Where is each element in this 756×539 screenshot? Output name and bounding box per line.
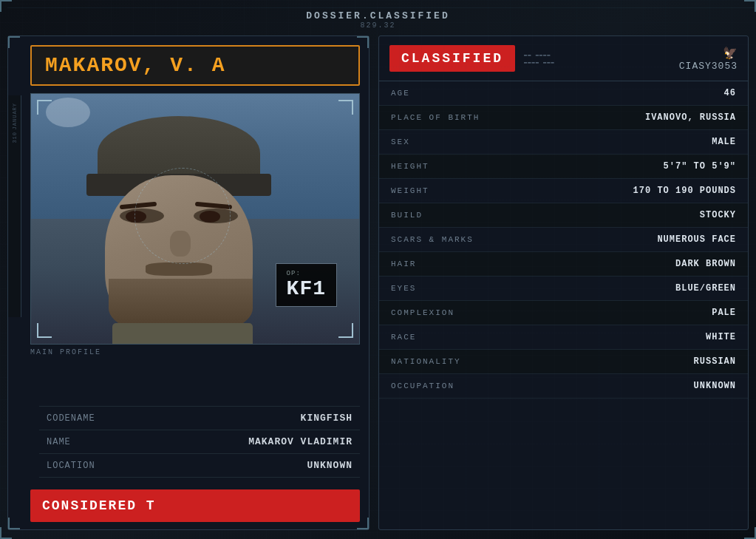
- detail-row-occupation: OCCUPATION UNKNOWN: [379, 374, 748, 399]
- doc-meta: ▬▬ ▬▬▬▬ ▬▬▬▬ ▬▬▬: [524, 52, 555, 65]
- right-panel: CLASSIFIED ▬▬ ▬▬▬▬ ▬▬▬▬ ▬▬▬ 🦅 CIASY3053: [378, 35, 749, 530]
- pob-label: PLACE OF BIRTH: [391, 113, 509, 122]
- photo-section: OP: KF1 MAIN PROFILE: [30, 93, 360, 399]
- build-label: BUILD: [391, 211, 509, 220]
- detail-row-hair: HAIR DARK BROWN: [379, 252, 748, 277]
- classified-badge: CLASSIFIED: [389, 45, 515, 72]
- dossier-subtitle: 829.32: [7, 21, 749, 30]
- detail-row-pob: PLACE OF BIRTH IVANOVO, RUSSIA: [379, 106, 748, 130]
- detail-row-complexion: COMPLEXION PALE: [379, 301, 748, 325]
- badge-code: KF1: [287, 277, 326, 300]
- considered-banner: CONSIDERED T: [30, 489, 360, 522]
- name-value: MAKAROV VLADIMIR: [248, 436, 353, 447]
- doc-meta-line-1: ▬▬ ▬▬▬▬: [524, 52, 555, 58]
- detail-section: AGE 46 PLACE OF BIRTH IVANOVO, RUSSIA SE…: [379, 81, 748, 529]
- info-row-name: NAME MAKAROV VLADIMIR: [39, 430, 360, 454]
- complexion-value: PALE: [509, 308, 736, 318]
- badge-label: OP:: [287, 270, 326, 277]
- weight-label: WEIGHT: [391, 186, 509, 195]
- detail-row-age: AGE 46: [379, 81, 748, 106]
- sex-label: SEX: [391, 138, 509, 146]
- side-bar-text-2: 310: [12, 132, 18, 143]
- corner-tl: [8, 36, 20, 48]
- classified-text: CLASSIFIED: [401, 51, 503, 66]
- cia-info: 🦅 CIASY3053: [679, 46, 738, 72]
- build-value: STOCKY: [509, 210, 736, 220]
- main-profile-label: MAIN PROFILE: [30, 348, 360, 356]
- side-bar-text-1: JANUARY: [12, 103, 18, 129]
- height-label: HEIGHT: [391, 162, 509, 171]
- cia-eagle-icon: 🦅: [723, 46, 738, 61]
- main-container: JANUARY 310 MAKAROV, V. A: [7, 35, 749, 530]
- race-label: RACE: [391, 333, 509, 342]
- eyes-value: BLUE/GREEN: [509, 283, 736, 294]
- right-corner-bl: [0, 527, 12, 539]
- detail-row-weight: WEIGHT 170 TO 190 POUNDS: [379, 179, 748, 203]
- nationality-label: NATIONALITY: [391, 357, 509, 366]
- hair-label: HAIR: [391, 260, 509, 268]
- kf1-badge: OP: KF1: [276, 263, 337, 307]
- age-label: AGE: [391, 89, 509, 98]
- corner-br: [357, 518, 369, 529]
- race-value: WHITE: [509, 332, 736, 342]
- dossier-title: DOSSIER.CLASSIFIED: [7, 10, 749, 21]
- right-corner-tr: [744, 0, 756, 12]
- detail-row-sex: SEX MALE: [379, 130, 748, 155]
- detail-row-nationality: NATIONALITY RUSSIAN: [379, 350, 748, 374]
- codename-value: KINGFISH: [301, 413, 353, 424]
- nationality-value: RUSSIAN: [509, 356, 736, 367]
- photo-content: OP: KF1: [31, 94, 359, 344]
- info-row-codename: CODENAME KINGFISH: [39, 406, 360, 430]
- corner-tr: [357, 36, 369, 48]
- screen: DOSSIER.CLASSIFIED 829.32 JANUARY 310 MA…: [0, 0, 756, 539]
- cia-logo-area: 🦅 CIASY3053: [679, 46, 738, 72]
- detail-row-eyes: EYES BLUE/GREEN: [379, 277, 748, 301]
- name-label: NAME: [47, 437, 71, 447]
- doc-meta-line-2: ▬▬▬▬ ▬▬▬: [524, 59, 555, 65]
- location-label: LOCATION: [47, 461, 95, 471]
- considered-text: CONSIDERED T: [42, 498, 156, 513]
- sex-value: MALE: [509, 137, 736, 147]
- cia-code: CIASY3053: [679, 61, 738, 72]
- scars-label: SCARS & MARKS: [391, 235, 509, 244]
- occupation-label: OCCUPATION: [391, 382, 509, 390]
- location-value: UNKNOWN: [307, 460, 353, 471]
- detail-row-race: RACE WHITE: [379, 325, 748, 350]
- photo-frame: OP: KF1: [30, 93, 360, 345]
- pob-value: IVANOVO, RUSSIA: [509, 112, 736, 123]
- right-corner-tl: [0, 0, 12, 12]
- complexion-label: COMPLEXION: [391, 308, 509, 317]
- classified-header: CLASSIFIED ▬▬ ▬▬▬▬ ▬▬▬▬ ▬▬▬ 🦅 CIASY3053: [379, 36, 748, 81]
- occupation-value: UNKNOWN: [509, 381, 736, 391]
- scars-value: NUMEROUS FACE: [509, 234, 736, 245]
- weight-value: 170 TO 190 POUNDS: [509, 186, 736, 196]
- scan-line: [7, 7, 756, 8]
- left-side-bar: JANUARY 310: [8, 95, 21, 317]
- top-bar: DOSSIER.CLASSIFIED 829.32: [7, 7, 749, 35]
- age-value: 46: [509, 88, 736, 98]
- codename-label: CODENAME: [47, 413, 95, 424]
- info-row-location: LOCATION UNKNOWN: [39, 454, 360, 478]
- name-banner: MAKAROV, V. A: [30, 45, 360, 86]
- hair-value: DARK BROWN: [509, 259, 736, 269]
- name-banner-text: MAKAROV, V. A: [45, 54, 225, 77]
- right-corner-br: [744, 527, 756, 539]
- height-value: 5'7" TO 5'9": [509, 161, 736, 172]
- info-section: CODENAME KINGFISH NAME MAKAROV VLADIMIR …: [30, 406, 369, 485]
- detail-row-build: BUILD STOCKY: [379, 203, 748, 228]
- detail-row-height: HEIGHT 5'7" TO 5'9": [379, 155, 748, 179]
- detail-row-scars: SCARS & MARKS NUMEROUS FACE: [379, 228, 748, 252]
- left-panel: JANUARY 310 MAKAROV, V. A: [7, 35, 370, 530]
- eyes-label: EYES: [391, 284, 509, 293]
